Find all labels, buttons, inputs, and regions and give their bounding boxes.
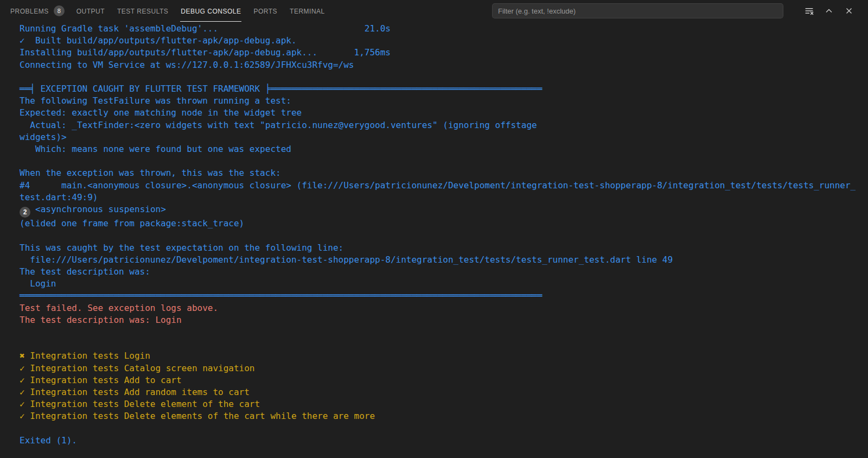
console-line: Login (20, 278, 860, 290)
panel-actions (804, 6, 854, 16)
console-line: ✓ Integration tests Catalog screen navig… (20, 362, 860, 374)
console-line (20, 230, 860, 241)
maximize-panel-button[interactable] (824, 6, 834, 16)
console-line: Exited (1). (20, 435, 860, 447)
console-line-text: ✓ Integration tests Delete element of th… (20, 399, 260, 409)
filter-box (492, 3, 783, 18)
console-line-text: ✓ Integration tests Delete elements of t… (20, 411, 375, 421)
console-line: ════════════════════════════════════════… (20, 290, 860, 302)
console-line (20, 338, 860, 350)
console-line (20, 71, 860, 83)
console-line-text: ══╡ EXCEPTION CAUGHT BY FLUTTER TEST FRA… (20, 84, 542, 94)
debug-console-output: Running Gradle task 'assembleDebug'... 2… (0, 22, 868, 447)
panel-tab-bar: PROBLEMS8OUTPUTTEST RESULTSDEBUG CONSOLE… (10, 0, 483, 22)
tab-terminal[interactable]: TERMINAL (289, 0, 326, 22)
console-line-text: When the exception was thrown, this was … (20, 168, 281, 178)
console-line-text: Which: means none were found but one was… (20, 144, 291, 154)
console-line-text: Actual: _TextFinder:<zero widgets with t… (20, 120, 537, 130)
console-line: The test description was: (20, 266, 860, 278)
console-line-text: This was caught by the test expectation … (20, 243, 343, 253)
console-line: file:///Users/patricionunez/Develpoment/… (20, 254, 860, 266)
console-line (20, 423, 860, 435)
console-line-text: The following TestFailure was thrown run… (20, 96, 291, 106)
console-line-text: (elided one frame from package:stack_tra… (20, 218, 244, 228)
console-line-text: Installing build/app/outputs/flutter-apk… (20, 47, 391, 58)
console-line-text: Login (20, 278, 56, 289)
console-line-text: <asynchronous suspension> (35, 204, 166, 214)
close-panel-button[interactable] (844, 6, 854, 16)
console-line: widgets)> (20, 131, 860, 143)
problems-count-badge: 8 (54, 5, 65, 16)
console-line: ✓ Integration tests Delete elements of t… (20, 410, 860, 422)
clear-console-button[interactable] (804, 6, 814, 16)
console-line: Which: means none were found but one was… (20, 143, 860, 155)
console-line-text: Connecting to VM Service at ws://127.0.0… (20, 60, 354, 70)
tab-label: DEBUG CONSOLE (180, 1, 241, 22)
console-line-text: file:///Users/patricionunez/Develpoment/… (20, 255, 673, 265)
console-line: ✖ Integration tests Login (20, 350, 860, 362)
console-line: Test failed. See exception logs above. (20, 302, 860, 314)
console-line-text: Exited (1). (20, 435, 77, 446)
tab-label: TEST RESULTS (117, 1, 169, 22)
console-line: ✓ Integration tests Add random items to … (20, 386, 860, 398)
console-line-text: ✓ Integration tests Catalog screen navig… (20, 363, 254, 373)
console-line: This was caught by the test expectation … (20, 242, 860, 254)
console-line-text: The test description was: Login (20, 315, 182, 325)
console-line: Actual: _TextFinder:<zero widgets with t… (20, 119, 860, 131)
tab-ports[interactable]: PORTS (253, 0, 278, 22)
console-line: ✓ Integration tests Delete element of th… (20, 398, 860, 410)
console-line-text: ✓ Built build/app/outputs/flutter-apk/ap… (20, 35, 297, 46)
console-line: ✓ Built build/app/outputs/flutter-apk/ap… (20, 35, 860, 47)
console-line-text: #4 main.<anonymous closure>.<anonymous c… (20, 180, 856, 202)
console-line-text: ✓ Integration tests Add to cart (20, 375, 182, 385)
occurrence-count-badge: 2 (20, 207, 30, 218)
tab-label: OUTPUT (76, 1, 105, 22)
console-line-text: Test failed. See exception logs above. (20, 303, 218, 313)
console-line: Installing build/app/outputs/flutter-apk… (20, 47, 860, 59)
tab-test-results[interactable]: TEST RESULTS (117, 0, 169, 22)
console-line-text: Expected: exactly one matching node in t… (20, 107, 302, 118)
console-line: #4 main.<anonymous closure>.<anonymous c… (20, 180, 860, 203)
console-line: The following TestFailure was thrown run… (20, 95, 860, 107)
clear-console-icon (805, 7, 814, 16)
tab-label: PORTS (253, 1, 278, 22)
console-line: ✓ Integration tests Add to cart (20, 374, 860, 386)
console-line: Running Gradle task 'assembleDebug'... 2… (20, 23, 860, 35)
console-line (20, 155, 860, 167)
console-line: ══╡ EXCEPTION CAUGHT BY FLUTTER TEST FRA… (20, 83, 860, 95)
console-line-text: The test description was: (20, 266, 150, 277)
console-line: The test description was: Login (20, 314, 860, 326)
console-line: When the exception was thrown, this was … (20, 167, 860, 179)
tab-problems[interactable]: PROBLEMS8 (10, 0, 65, 22)
filter-input[interactable] (492, 3, 783, 18)
console-line-text: ════════════════════════════════════════… (20, 290, 542, 301)
chevron-up-icon (825, 7, 833, 15)
tab-output[interactable]: OUTPUT (76, 0, 105, 22)
tab-label: TERMINAL (289, 1, 326, 22)
console-line: Connecting to VM Service at ws://127.0.0… (20, 59, 860, 71)
tab-debug-console[interactable]: DEBUG CONSOLE (180, 0, 241, 22)
console-line: (elided one frame from package:stack_tra… (20, 218, 860, 230)
console-line: 2<asynchronous suspension> (20, 203, 860, 218)
console-line-text: ✖ Integration tests Login (20, 351, 150, 361)
console-line-text: Running Gradle task 'assembleDebug'... 2… (20, 23, 391, 34)
console-line-text: widgets)> (20, 132, 67, 142)
close-icon (845, 7, 853, 15)
panel-header: PROBLEMS8OUTPUTTEST RESULTSDEBUG CONSOLE… (0, 0, 868, 22)
tab-label: PROBLEMS (10, 1, 49, 22)
console-line-text: ✓ Integration tests Add random items to … (20, 387, 250, 397)
console-line (20, 326, 860, 338)
console-line: Expected: exactly one matching node in t… (20, 107, 860, 119)
